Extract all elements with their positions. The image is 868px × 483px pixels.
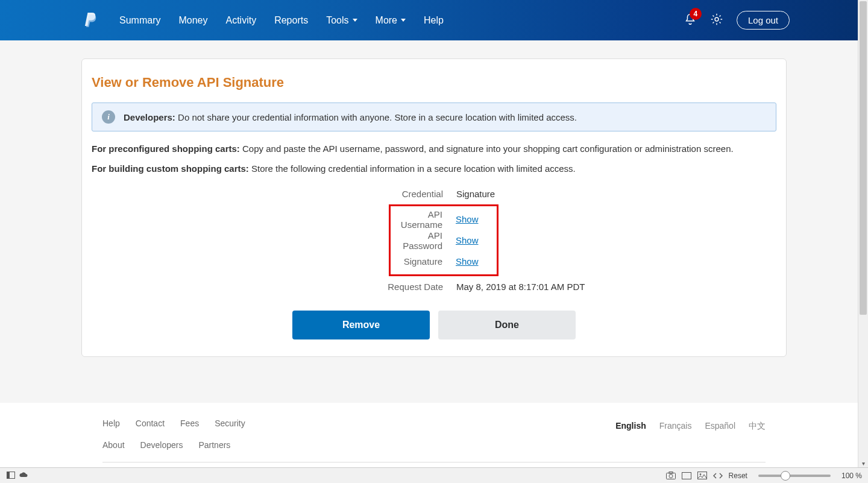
code-icon[interactable] [713,472,723,480]
nav-activity[interactable]: Activity [225,15,256,26]
paragraph-custom: For building custom shopping carts: Stor… [92,163,776,174]
nav-tools[interactable]: Tools [326,15,357,26]
zoom-slider[interactable] [758,475,831,477]
language-switcher: English Français Español 中文 [615,421,766,432]
dev-toolbar: Reset 100 % [0,467,868,483]
show-username-link[interactable]: Show [456,214,479,224]
svg-point-4 [669,475,673,478]
cred-header-row: Credential Signature [92,183,776,204]
cred-row-date: Request Date May 8, 2019 at 8:17:01 AM P… [92,276,776,297]
cred-label-username: API Username [391,209,456,230]
footer-links-row2: About Developers Partners [102,440,766,450]
lang-english[interactable]: English [615,421,646,432]
nav-tools-label: Tools [326,15,348,26]
p2-bold: For building custom shopping carts: [92,163,249,174]
footer-security[interactable]: Security [215,418,245,428]
button-row: Remove Done [92,311,776,339]
info-text: Developers: Do not share your credential… [124,112,577,122]
nav-reports[interactable]: Reports [274,15,308,26]
lang-francais[interactable]: Français [659,421,692,432]
cred-row-username: API Username Show [391,209,497,230]
dev-left [6,471,30,481]
main-card: View or Remove API Signature i Developer… [81,58,787,357]
footer-partners[interactable]: Partners [198,440,230,450]
image-icon[interactable] [697,472,707,480]
nav-summary[interactable]: Summary [119,15,160,26]
info-rest: Do not share your credential information… [175,112,577,122]
reset-button[interactable]: Reset [729,472,747,480]
cloud-icon[interactable] [19,471,28,479]
lang-espanol[interactable]: Español [705,421,735,432]
footer-contact[interactable]: Contact [136,418,165,428]
credentials-highlight: API Username Show API Password Show Sign… [389,204,498,276]
gear-icon [710,13,723,26]
remove-button[interactable]: Remove [292,311,430,339]
nav-more[interactable]: More [376,15,406,26]
cred-row-password: API Password Show [391,230,497,251]
nav-help[interactable]: Help [424,15,444,26]
scrollbar-down-arrow[interactable]: ▾ [858,458,868,468]
cred-label-password: API Password [391,230,456,251]
done-button[interactable]: Done [438,311,576,339]
panel-icon[interactable] [6,471,16,479]
info-bold: Developers: [124,112,175,122]
svg-rect-5 [669,472,673,474]
info-icon: i [102,110,115,124]
lang-chinese[interactable]: 中文 [749,421,766,432]
notification-badge: 4 [690,8,702,20]
footer-fees[interactable]: Fees [180,418,199,428]
cred-header-value: Signature [456,189,495,199]
zoom-slider-thumb[interactable] [781,471,790,481]
cred-label-signature: Signature [391,256,456,267]
show-signature-link[interactable]: Show [456,256,479,267]
p1-text: Copy and paste the API username, passwor… [240,144,734,154]
logout-button[interactable]: Log out [737,11,790,30]
nav-links: Summary Money Activity Reports Tools Mor… [119,15,444,26]
rect-icon[interactable] [682,472,691,480]
info-box: i Developers: Do not share your credenti… [92,103,776,131]
cred-value-date: May 8, 2019 at 8:17:01 AM PDT [456,282,585,292]
chevron-down-icon [353,19,357,22]
credentials-table: Credential Signature API Username Show A… [92,183,776,297]
vertical-scrollbar[interactable]: ▾ [858,0,868,468]
p1-bold: For preconfigured shopping carts: [92,144,240,154]
nav-money[interactable]: Money [178,15,207,26]
svg-point-0 [715,17,719,21]
chevron-down-icon [401,19,406,22]
footer-developers[interactable]: Developers [140,440,183,450]
notifications-button[interactable]: 4 [684,13,697,28]
zoom-level: 100 % [841,472,862,480]
svg-rect-2 [7,472,10,478]
camera-icon[interactable] [666,472,676,480]
svg-point-8 [699,473,701,475]
page-title: View or Remove API Signature [92,75,776,90]
top-nav: Summary Money Activity Reports Tools Mor… [0,0,868,40]
nav-more-label: More [376,15,397,26]
paragraph-preconfigured: For preconfigured shopping carts: Copy a… [92,144,776,154]
show-password-link[interactable]: Show [456,235,479,245]
nav-right: 4 Log out [684,11,790,30]
p2-text: Store the following credential informati… [249,163,576,174]
cred-header-label: Credential [92,189,456,199]
footer-help[interactable]: Help [102,418,120,428]
settings-button[interactable] [710,13,723,28]
paypal-logo[interactable] [84,13,98,28]
cred-row-signature: Signature Show [391,251,497,272]
cred-label-date: Request Date [92,282,456,292]
scrollbar-thumb[interactable] [860,1,867,315]
footer-about[interactable]: About [102,440,125,450]
svg-rect-6 [682,472,691,479]
